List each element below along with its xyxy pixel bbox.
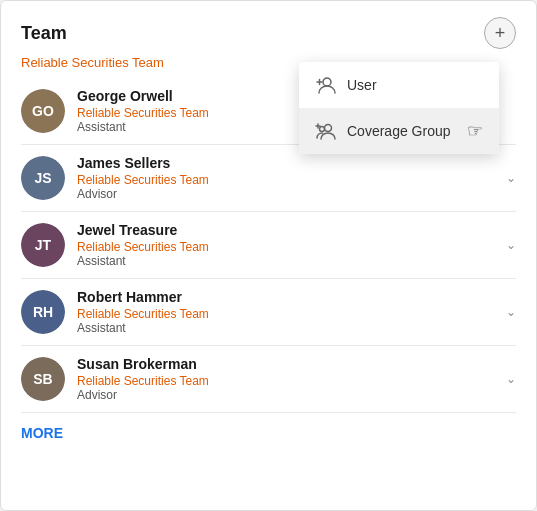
avatar: GO	[21, 89, 65, 133]
avatar: RH	[21, 290, 65, 334]
page-title: Team	[21, 23, 67, 44]
member-info: Susan Brokerman Reliable Securities Team…	[77, 356, 498, 402]
svg-text:JT: JT	[35, 237, 52, 253]
team-member[interactable]: JS James Sellers Reliable Securities Tea…	[21, 145, 516, 212]
member-role: Advisor	[77, 187, 498, 201]
member-team: Reliable Securities Team	[77, 307, 498, 321]
svg-point-4	[320, 127, 325, 132]
member-name: Robert Hammer	[77, 289, 498, 305]
avatar: JT	[21, 223, 65, 267]
avatar: JS	[21, 156, 65, 200]
chevron-down-icon[interactable]: ⌄	[506, 171, 516, 185]
plus-icon: +	[495, 23, 506, 44]
add-coverage-group-label: Coverage Group	[347, 123, 451, 139]
add-group-icon	[315, 120, 337, 142]
svg-text:RH: RH	[33, 304, 53, 320]
svg-point-0	[323, 78, 331, 86]
add-user-icon	[315, 74, 337, 96]
svg-text:SB: SB	[33, 371, 52, 387]
avatar: SB	[21, 357, 65, 401]
card-header: Team + User	[21, 17, 516, 49]
member-name: James Sellers	[77, 155, 498, 171]
member-info: Robert Hammer Reliable Securities Team A…	[77, 289, 498, 335]
add-button[interactable]: + User	[484, 17, 516, 49]
member-role: Assistant	[77, 254, 498, 268]
member-name: Susan Brokerman	[77, 356, 498, 372]
member-role: Assistant	[77, 321, 498, 335]
team-member[interactable]: JT Jewel Treasure Reliable Securities Te…	[21, 212, 516, 279]
add-user-label: User	[347, 77, 377, 93]
cursor-icon: ☞	[467, 120, 483, 142]
member-name: Jewel Treasure	[77, 222, 498, 238]
add-dropdown: User Coverage Group ☞	[299, 62, 499, 154]
chevron-down-icon[interactable]: ⌄	[506, 238, 516, 252]
more-button[interactable]: MORE	[21, 425, 63, 441]
member-info: Jewel Treasure Reliable Securities Team …	[77, 222, 498, 268]
add-user-item[interactable]: User	[299, 62, 499, 108]
svg-text:JS: JS	[34, 170, 51, 186]
add-coverage-group-item[interactable]: Coverage Group ☞	[299, 108, 499, 154]
member-team: Reliable Securities Team	[77, 374, 498, 388]
member-info: James Sellers Reliable Securities Team A…	[77, 155, 498, 201]
svg-text:GO: GO	[32, 103, 54, 119]
svg-point-3	[325, 125, 332, 132]
team-member[interactable]: SB Susan Brokerman Reliable Securities T…	[21, 346, 516, 413]
chevron-down-icon[interactable]: ⌄	[506, 305, 516, 319]
team-card: Team + User	[0, 0, 537, 511]
team-member[interactable]: RH Robert Hammer Reliable Securities Tea…	[21, 279, 516, 346]
member-team: Reliable Securities Team	[77, 240, 498, 254]
member-role: Advisor	[77, 388, 498, 402]
member-team: Reliable Securities Team	[77, 173, 498, 187]
chevron-down-icon[interactable]: ⌄	[506, 372, 516, 386]
